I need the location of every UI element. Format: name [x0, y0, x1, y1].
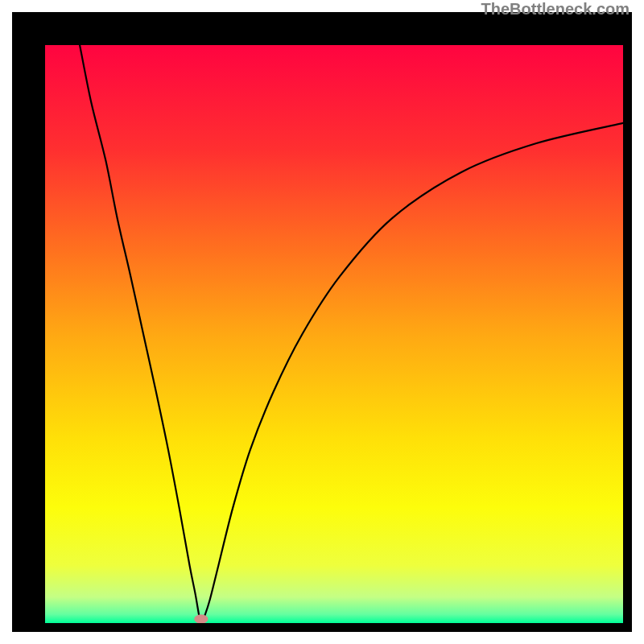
plot-border [12, 12, 632, 632]
gradient-background [45, 45, 623, 623]
attribution-watermark: TheBottleneck.com [481, 0, 630, 19]
plot-area [45, 45, 623, 623]
bottleneck-chart: TheBottleneck.com [0, 0, 644, 644]
chart-svg [45, 45, 623, 623]
